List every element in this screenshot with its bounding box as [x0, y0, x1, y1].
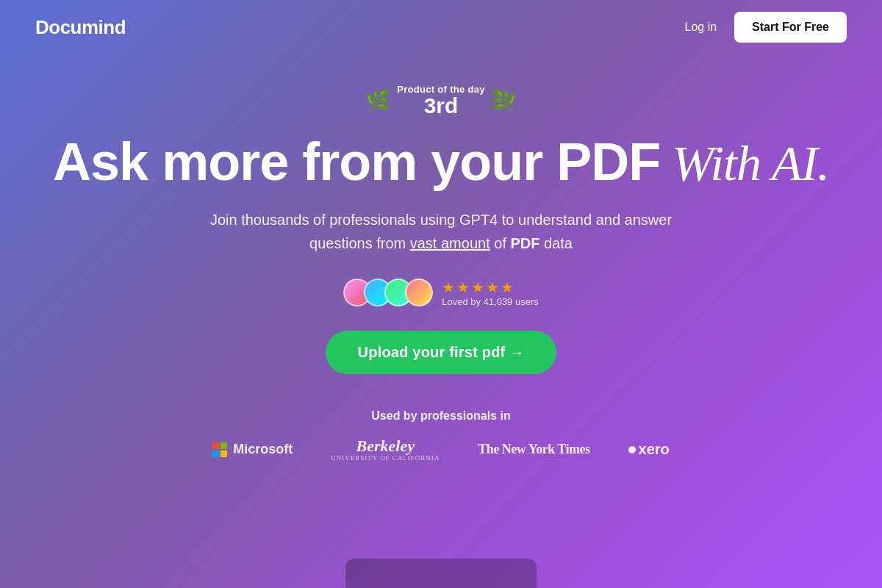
badge-rank: 3rd: [424, 95, 459, 117]
product-of-the-day-badge: 🌿 Product of the day 3rd 🌿: [365, 84, 517, 117]
logo: Documind: [35, 16, 126, 39]
xero-circle-icon: [628, 446, 636, 453]
subheadline: Join thousands of professionals using GP…: [198, 208, 684, 255]
right-laurel-icon: 🌿: [491, 88, 517, 112]
hero-section: 🌿 Product of the day 3rd 🌿 Ask more from…: [0, 54, 882, 462]
social-proof: ★★★★★ Loved by 41,039 users: [343, 279, 539, 307]
nyt-logo: The New York Times: [478, 442, 589, 457]
used-by-label: Used by professionals in: [371, 409, 510, 423]
berkeley-name: Berkeley: [356, 437, 415, 455]
vast-amount-link: vast amount: [410, 235, 490, 251]
loved-by-text: Loved by 41,039 users: [442, 296, 539, 307]
nyt-name: The New York Times: [478, 442, 589, 456]
company-logos-row: Microsoft Berkeley University of Califor…: [212, 437, 670, 462]
login-button[interactable]: Log in: [684, 21, 717, 34]
avatar: [405, 279, 433, 306]
headline-pdf: PDF: [556, 132, 660, 191]
subheadline-mid: of: [490, 235, 511, 251]
star-rating: ★★★★★: [442, 279, 515, 296]
headline-text-part1: Ask more from your: [53, 132, 556, 191]
navbar: Documind Log in Start For Free: [0, 0, 882, 54]
badge-text: Product of the day 3rd: [397, 84, 485, 117]
xero-logo: xero: [628, 441, 670, 458]
avatar-group: [343, 279, 433, 306]
subheadline-end: data: [540, 235, 573, 251]
used-by-section: Used by professionals in Microsoft Berke…: [212, 409, 670, 462]
headline-ai: With AI.: [660, 135, 829, 191]
main-headline: Ask more from your PDF With AI.: [53, 135, 829, 190]
microsoft-logo: Microsoft: [212, 442, 293, 457]
left-laurel-icon: 🌿: [365, 88, 391, 112]
microsoft-grid-icon: [212, 442, 227, 457]
subheadline-pdf: PDF: [511, 235, 540, 251]
berkeley-sub: University of California: [331, 455, 440, 462]
microsoft-name: Microsoft: [233, 442, 293, 457]
upload-cta-button[interactable]: Upload your first pdf →: [326, 331, 557, 374]
start-for-free-button[interactable]: Start For Free: [734, 12, 847, 43]
nav-actions: Log in Start For Free: [684, 12, 847, 43]
rating-block: ★★★★★ Loved by 41,039 users: [442, 279, 539, 307]
bottom-peek: [345, 559, 537, 588]
berkeley-logo: Berkeley University of California: [331, 437, 440, 462]
xero-name: xero: [639, 441, 670, 458]
